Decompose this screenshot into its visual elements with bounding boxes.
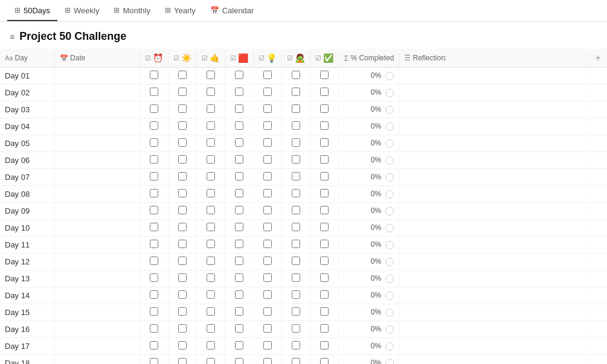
reflection-cell-10[interactable]	[399, 220, 589, 237]
checkbox-row5-col3[interactable]	[207, 138, 215, 147]
checkbox-row12-col6[interactable]	[292, 257, 300, 265]
checkbox-row3-col1[interactable]	[150, 104, 158, 113]
checkbox-row9-col1[interactable]	[150, 206, 158, 214]
checkbox-row5-col5[interactable]	[263, 138, 272, 147]
checkbox-row1-col3[interactable]	[207, 71, 215, 79]
checkbox-row11-col5[interactable]	[263, 240, 272, 248]
checkbox-row4-col6[interactable]	[292, 121, 300, 130]
checkbox-row18-col4[interactable]	[235, 358, 243, 364]
checkbox-row5-col6[interactable]	[292, 138, 300, 147]
checkbox-row7-col5[interactable]	[263, 172, 272, 180]
checkbox-row8-col2[interactable]	[178, 189, 187, 197]
checkbox-row16-col6[interactable]	[292, 324, 300, 333]
checkbox-row17-col1[interactable]	[150, 341, 158, 350]
checkbox-row11-col6[interactable]	[292, 240, 300, 248]
tab-50days[interactable]: ⊞ 50Days	[7, 1, 57, 21]
checkbox-row7-col6[interactable]	[292, 172, 300, 180]
reflection-cell-18[interactable]	[399, 355, 589, 365]
checkbox-row11-col2[interactable]	[178, 240, 187, 248]
checkbox-row15-col6[interactable]	[292, 307, 300, 316]
checkbox-row10-col3[interactable]	[207, 223, 215, 231]
checkbox-row12-col2[interactable]	[178, 257, 187, 265]
checkbox-row9-col7[interactable]	[320, 206, 329, 214]
checkbox-row14-col4[interactable]	[235, 290, 243, 299]
checkbox-row15-col3[interactable]	[207, 307, 215, 316]
checkbox-row6-col7[interactable]	[320, 155, 329, 164]
checkbox-row11-col1[interactable]	[150, 240, 158, 248]
checkbox-row13-col4[interactable]	[235, 273, 243, 282]
checkbox-row9-col5[interactable]	[263, 206, 272, 214]
tab-weekly[interactable]: ⊞ Weekly	[57, 1, 106, 21]
checkbox-row2-col6[interactable]	[292, 88, 300, 96]
checkbox-row7-col4[interactable]	[235, 172, 243, 180]
checkbox-row12-col7[interactable]	[320, 257, 329, 265]
checkbox-row7-col2[interactable]	[178, 172, 187, 180]
reflection-cell-8[interactable]	[399, 186, 589, 203]
checkbox-row10-col4[interactable]	[235, 223, 243, 231]
checkbox-row1-col7[interactable]	[320, 71, 329, 79]
checkbox-row3-col3[interactable]	[207, 104, 215, 113]
checkbox-row17-col4[interactable]	[235, 341, 243, 350]
checkbox-row16-col2[interactable]	[178, 324, 187, 333]
checkbox-row10-col7[interactable]	[320, 223, 329, 231]
checkbox-row18-col3[interactable]	[207, 358, 215, 364]
checkbox-row5-col1[interactable]	[150, 138, 158, 147]
reflection-cell-1[interactable]	[399, 68, 589, 85]
reflection-cell-11[interactable]	[399, 237, 589, 254]
checkbox-row8-col5[interactable]	[263, 189, 272, 197]
checkbox-row15-col5[interactable]	[263, 307, 272, 316]
checkbox-row10-col5[interactable]	[263, 223, 272, 231]
reflection-cell-13[interactable]	[399, 270, 589, 287]
checkbox-row7-col1[interactable]	[150, 172, 158, 180]
checkbox-row1-col5[interactable]	[263, 71, 272, 79]
checkbox-row4-col7[interactable]	[320, 121, 329, 130]
checkbox-row9-col6[interactable]	[292, 206, 300, 214]
checkbox-row2-col1[interactable]	[150, 88, 158, 96]
reflection-cell-17[interactable]	[399, 338, 589, 355]
checkbox-row17-col3[interactable]	[207, 341, 215, 350]
add-column-button[interactable]: +	[589, 49, 607, 68]
checkbox-row4-col2[interactable]	[178, 121, 187, 130]
checkbox-row6-col1[interactable]	[150, 155, 158, 164]
checkbox-row4-col1[interactable]	[150, 121, 158, 130]
checkbox-row8-col3[interactable]	[207, 189, 215, 197]
checkbox-row18-col2[interactable]	[178, 358, 187, 364]
checkbox-row15-col1[interactable]	[150, 307, 158, 316]
checkbox-row18-col6[interactable]	[292, 358, 300, 364]
checkbox-row18-col1[interactable]	[150, 358, 158, 364]
checkbox-row7-col7[interactable]	[320, 172, 329, 180]
checkbox-row16-col7[interactable]	[320, 324, 329, 333]
checkbox-row8-col4[interactable]	[235, 189, 243, 197]
reflection-cell-5[interactable]	[399, 135, 589, 152]
checkbox-row16-col3[interactable]	[207, 324, 215, 333]
checkbox-row11-col3[interactable]	[207, 240, 215, 248]
checkbox-row13-col1[interactable]	[150, 273, 158, 282]
tab-calendar[interactable]: 📅 Calendar	[203, 1, 262, 21]
checkbox-row10-col1[interactable]	[150, 223, 158, 231]
checkbox-row18-col7[interactable]	[320, 358, 329, 364]
checkbox-row13-col5[interactable]	[263, 273, 272, 282]
checkbox-row6-col2[interactable]	[178, 155, 187, 164]
checkbox-row1-col1[interactable]	[150, 71, 158, 79]
checkbox-row6-col6[interactable]	[292, 155, 300, 164]
checkbox-row14-col6[interactable]	[292, 290, 300, 299]
reflection-cell-12[interactable]	[399, 254, 589, 270]
checkbox-row2-col5[interactable]	[263, 88, 272, 96]
checkbox-row7-col3[interactable]	[207, 172, 215, 180]
checkbox-row2-col4[interactable]	[235, 88, 243, 96]
checkbox-row10-col2[interactable]	[178, 223, 187, 231]
checkbox-row4-col3[interactable]	[207, 121, 215, 130]
checkbox-row14-col2[interactable]	[178, 290, 187, 299]
checkbox-row8-col7[interactable]	[320, 189, 329, 197]
tab-yearly[interactable]: ⊞ Yearly	[158, 1, 203, 21]
checkbox-row9-col2[interactable]	[178, 206, 187, 214]
checkbox-row1-col4[interactable]	[235, 71, 243, 79]
checkbox-row2-col7[interactable]	[320, 88, 329, 96]
reflection-cell-4[interactable]	[399, 118, 589, 135]
checkbox-row3-col2[interactable]	[178, 104, 187, 113]
checkbox-row5-col2[interactable]	[178, 138, 187, 147]
checkbox-row4-col4[interactable]	[235, 121, 243, 130]
checkbox-row14-col1[interactable]	[150, 290, 158, 299]
checkbox-row5-col7[interactable]	[320, 138, 329, 147]
checkbox-row5-col4[interactable]	[235, 138, 243, 147]
